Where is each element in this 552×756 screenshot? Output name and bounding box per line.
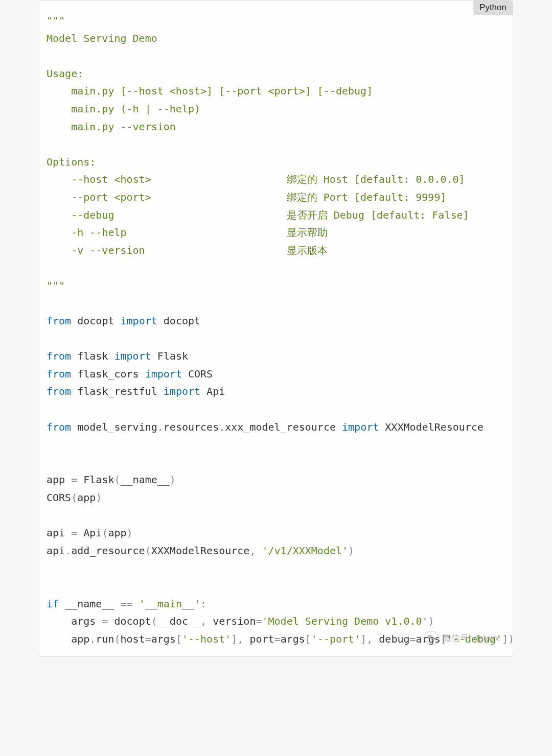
eq: =	[145, 633, 151, 645]
kwarg: debug	[379, 633, 409, 645]
paren: (	[102, 527, 108, 539]
option-line: -h --help 显示帮助	[47, 226, 328, 239]
kw-from: from	[47, 385, 71, 397]
eq: =	[102, 615, 108, 627]
kw-from: from	[47, 421, 71, 433]
comma: ,	[366, 633, 379, 645]
identifier: CORS	[47, 491, 71, 504]
docstring-options-header: Options:	[47, 156, 96, 168]
kw-from: from	[47, 315, 71, 327]
kw-from: from	[47, 350, 71, 362]
module: flask_cors	[77, 368, 139, 380]
string: 'Model Serving Demo v1.0.0'	[262, 615, 428, 627]
module: docopt	[77, 315, 114, 327]
import-name: XXXModelResource	[385, 421, 484, 433]
eq: =	[274, 633, 281, 645]
docstring-title: Model Serving Demo	[47, 32, 157, 44]
paren: )	[96, 491, 102, 504]
identifier: args	[281, 633, 305, 645]
option-line: --port <port> 绑定的 Port [default: 9999]	[47, 191, 446, 203]
code-content: """ Model Serving Demo Usage: main.py [-…	[39, 1, 513, 655]
identifier: XXXModelResource	[151, 545, 250, 557]
dot: .	[65, 545, 71, 557]
eqeq: ==	[114, 598, 139, 610]
module: model_serving	[77, 421, 157, 433]
eq: =	[71, 474, 77, 486]
kwarg: host	[121, 633, 145, 645]
dunder: __name__	[65, 598, 114, 610]
usage-line: main.py (-h | --help)	[47, 103, 200, 115]
paren: )	[428, 615, 434, 627]
module: flask	[77, 350, 108, 362]
import-name: Api	[206, 385, 225, 397]
dot: .	[157, 421, 164, 433]
dunder: __name__	[121, 474, 170, 486]
kwarg: version	[213, 615, 256, 627]
code-block: Python """ Model Serving Demo Usage: mai…	[39, 0, 513, 657]
string: '--host'	[182, 633, 231, 645]
identifier: Flask	[77, 474, 114, 486]
paren: )	[127, 527, 133, 539]
identifier: app	[47, 474, 71, 486]
bracket: ]	[231, 633, 237, 645]
kw-import: import	[121, 315, 157, 327]
kw-import: import	[342, 421, 379, 433]
option-line: -v --version 显示版本	[47, 244, 328, 256]
kw-import: import	[164, 385, 200, 397]
language-badge: Python	[473, 1, 513, 15]
docstring-usage-header: Usage:	[47, 67, 83, 80]
identifier: Api	[77, 527, 102, 539]
dot: .	[219, 421, 225, 433]
module: resources	[164, 421, 219, 433]
identifier: app	[108, 527, 126, 539]
dot: .	[89, 633, 96, 645]
eq: =	[71, 527, 77, 539]
dunder: __doc__	[157, 615, 200, 627]
bracket: ]	[502, 633, 508, 645]
paren: (	[114, 633, 120, 645]
identifier: docopt	[108, 615, 151, 627]
kwarg: port	[249, 633, 274, 645]
paren: (	[71, 491, 77, 504]
import-name: docopt	[164, 315, 200, 327]
eq: =	[410, 633, 416, 645]
option-line: --debug 是否开启 Debug [default: False]	[47, 209, 469, 221]
paren: )	[348, 545, 354, 557]
string: '--port'	[311, 633, 360, 645]
paren: )	[508, 633, 513, 645]
paren: (	[145, 545, 151, 557]
eq: =	[256, 615, 262, 627]
comma: ,	[249, 545, 262, 557]
identifier: api	[47, 545, 65, 557]
identifier: args	[151, 633, 176, 645]
docstring-open: """	[47, 14, 65, 27]
string: '--debug'	[447, 633, 502, 645]
kw-from: from	[47, 368, 71, 380]
string: '__main__'	[139, 598, 200, 610]
bracket: [	[441, 633, 447, 645]
comma: ,	[237, 633, 249, 645]
module: xxx_model_resource	[225, 421, 336, 433]
paren: (	[114, 474, 120, 486]
kw-import: import	[114, 350, 151, 362]
import-name: CORS	[188, 368, 213, 380]
bracket: [	[305, 633, 311, 645]
identifier: app	[47, 633, 89, 645]
module: flask_restful	[77, 385, 157, 397]
usage-line: main.py [--host <host>] [--port <port>] …	[47, 85, 373, 97]
import-name: Flask	[157, 350, 188, 362]
option-line: --host <host> 绑定的 Host [default: 0.0.0.0…	[47, 173, 465, 185]
paren: (	[151, 615, 157, 627]
paren: )	[170, 474, 176, 486]
bracket: [	[176, 633, 182, 645]
bracket: ]	[360, 633, 366, 645]
usage-line: main.py --version	[47, 121, 176, 133]
docstring-close: """	[47, 279, 65, 292]
string: '/v1/XXXModel'	[262, 545, 348, 557]
identifier: args	[416, 633, 441, 645]
kw-import: import	[145, 368, 182, 380]
identifier: run	[96, 633, 114, 645]
colon: :	[200, 598, 206, 610]
identifier: args	[47, 615, 102, 627]
identifier: app	[77, 491, 96, 504]
